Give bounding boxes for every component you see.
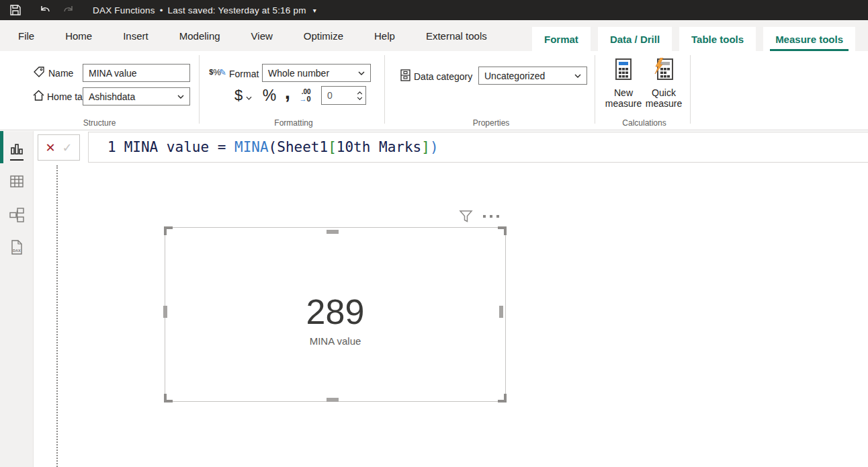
new-measure-button[interactable]: New measure (604, 58, 643, 122)
tab-data-drill[interactable]: Data / Drill (598, 27, 672, 51)
model-view-icon (9, 207, 25, 223)
formula-line-number: 1 (107, 139, 116, 155)
commit-formula-icon[interactable]: ✓ (62, 142, 73, 154)
tab-optimize[interactable]: Optimize (288, 20, 359, 51)
stepper-down-icon[interactable] (357, 97, 363, 100)
filter-icon[interactable] (459, 210, 473, 223)
resize-handle-top-right[interactable] (498, 226, 507, 235)
thousands-separator-button[interactable]: , (281, 82, 294, 102)
table-view-button[interactable] (0, 166, 34, 197)
contextual-tabs: Format Data / Drill Table tools Measure … (532, 27, 855, 51)
home-table-select[interactable]: Ashishdata (83, 87, 190, 105)
resize-handle-left[interactable] (163, 306, 167, 318)
formula-token: Sheet1 (277, 139, 328, 155)
discard-formula-icon[interactable]: ✕ (45, 142, 55, 154)
formula-token: ] (421, 139, 430, 155)
formula-code: MINA value = MINA(Sheet1[10th Marks]) (124, 139, 439, 155)
group-label-properties: Properties (452, 118, 530, 128)
view-sidebar: DAX (0, 131, 34, 467)
card-visual[interactable]: 289 MINA value (165, 227, 506, 402)
currency-format-button[interactable]: $ (232, 86, 255, 105)
resize-handle-bottom-right[interactable] (498, 394, 507, 402)
format-label: Format (229, 69, 259, 79)
report-view-button[interactable] (0, 134, 34, 165)
tab-file[interactable]: File (18, 20, 50, 51)
stepper-up-icon[interactable] (357, 91, 363, 95)
ribbon-divider (384, 55, 385, 124)
ribbon-divider (199, 55, 200, 124)
format-icon: $%✎ (208, 65, 227, 79)
formula-token: MINA value = (124, 139, 234, 155)
data-category-icon (399, 69, 411, 82)
group-label-structure: Structure (60, 118, 138, 128)
card-value: 289 (165, 292, 505, 332)
quick-measure-label: Quick measure (644, 87, 683, 109)
format-select[interactable]: Whole number (262, 64, 371, 82)
dax-query-view-icon: DAX (9, 239, 24, 255)
data-category-label: Data category (414, 71, 472, 82)
resize-handle-bottom-left[interactable] (164, 394, 173, 402)
formula-token: ( (269, 139, 277, 155)
decimal-places-input[interactable] (322, 87, 353, 104)
tab-insert[interactable]: Insert (107, 20, 164, 51)
redo-icon[interactable] (58, 0, 78, 20)
tab-table-tools[interactable]: Table tools (679, 27, 756, 51)
dax-query-view-button[interactable]: DAX (0, 232, 34, 263)
formula-token: 10th Marks (337, 139, 421, 155)
ribbon-divider (595, 55, 595, 124)
name-tag-icon (32, 65, 46, 79)
ribbon-tab-row: File Home Insert Modeling View Optimize … (0, 20, 868, 51)
table-view-icon (9, 175, 24, 188)
standard-tabs: File Home Insert Modeling View Optimize … (0, 20, 503, 51)
document-title: DAX Functions • Last saved: Yesterday at… (93, 5, 306, 15)
decimal-places-stepper (321, 86, 366, 105)
measure-name-input[interactable] (83, 64, 190, 82)
formula-token: MINA (234, 139, 269, 155)
report-view-icon (9, 142, 24, 157)
quick-measure-icon (654, 58, 674, 83)
visual-header-toolbar (459, 210, 500, 223)
home-table-icon (31, 89, 46, 102)
percent-format-button[interactable]: % (261, 86, 278, 105)
formula-bar: ✕ ✓ 1 MINA value = MINA(Sheet1[10th Mark… (34, 131, 868, 163)
group-label-formatting: Formatting (255, 118, 333, 128)
chevron-down-icon (358, 71, 365, 75)
decimal-places-icon: .00 →0 (296, 86, 314, 105)
tab-measure-tools[interactable]: Measure tools (763, 27, 855, 51)
quick-measure-button[interactable]: Quick measure (644, 58, 683, 122)
tab-modeling[interactable]: Modeling (164, 20, 236, 51)
chevron-down-icon (246, 96, 252, 100)
resize-handle-top-left[interactable] (164, 226, 173, 235)
tab-format[interactable]: Format (532, 27, 591, 51)
formula-token: [ (328, 139, 337, 155)
chevron-down-icon (177, 95, 184, 99)
ribbon-divider (690, 55, 691, 124)
titlebar: DAX Functions • Last saved: Yesterday at… (0, 0, 868, 20)
active-view-underline (10, 159, 24, 161)
more-options-icon[interactable] (482, 214, 500, 219)
undo-icon[interactable] (35, 0, 55, 20)
new-measure-icon (614, 58, 633, 83)
resize-handle-top[interactable] (327, 230, 339, 234)
formula-actions: ✕ ✓ (38, 134, 80, 161)
card-caption: MINA value (165, 335, 505, 347)
formula-token: ) (430, 139, 439, 155)
tab-external-tools[interactable]: External tools (410, 20, 503, 51)
title-dropdown-caret-icon[interactable]: ▾ (313, 7, 316, 14)
new-measure-label: New measure (604, 87, 643, 109)
data-category-select[interactable]: Uncategorized (478, 67, 587, 85)
tab-help[interactable]: Help (359, 20, 410, 51)
resize-handle-right[interactable] (499, 306, 503, 318)
resize-handle-bottom[interactable] (327, 398, 339, 402)
ribbon: Name Home table Ashishdata Structure $%✎… (0, 51, 868, 130)
save-icon[interactable] (5, 0, 26, 20)
document-title-text: DAX Functions (93, 5, 155, 15)
dax-icon-text: DAX (13, 249, 21, 253)
tab-view[interactable]: View (236, 20, 288, 51)
group-label-calculations: Calculations (605, 118, 683, 128)
page-boundary-guide (56, 165, 58, 467)
tab-home[interactable]: Home (50, 20, 107, 51)
dax-formula-editor[interactable]: 1 MINA value = MINA(Sheet1[10th Marks]) (88, 132, 868, 163)
chevron-down-icon (574, 74, 581, 78)
model-view-button[interactable] (0, 200, 34, 230)
